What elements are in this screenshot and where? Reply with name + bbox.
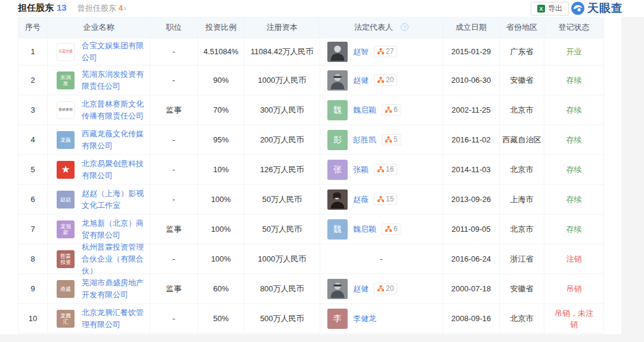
capital-cell: 500万人民币 (244, 304, 320, 333)
badge-count: 6 (394, 223, 398, 235)
org-chart-icon (385, 107, 392, 113)
region-cell: 安徽省 (500, 274, 544, 303)
company-logo: 合宝文娱 (57, 43, 75, 61)
table-row: 2 东润发芜湖东润发投资有限责任公司 - 90% 1000万人民币 赵健20 2… (18, 66, 604, 95)
company-link[interactable]: 赵赵（上海）影视文化工作室 (82, 188, 150, 212)
related-companies-badge[interactable]: 15 (374, 194, 397, 205)
company-link[interactable]: 合宝文娱集团有限公司 (82, 40, 150, 64)
tab-current-count: 13 (57, 2, 67, 13)
related-companies-badge[interactable]: 6 (382, 223, 401, 235)
org-chart-icon (377, 77, 384, 83)
related-companies-badge[interactable]: 5 (382, 134, 401, 145)
tianyancha-logo[interactable]: 天眼查 (571, 1, 623, 16)
table-row: 8 普霖投资杭州普霖投资管理合伙企业（有限合伙） - 100% 1000万人民币… (18, 244, 604, 274)
company-logo: 龙腾汇 (57, 310, 75, 328)
legal-rep-link[interactable]: 赵健 (353, 74, 369, 86)
org-chart-icon (385, 136, 392, 143)
row-index: 6 (18, 185, 48, 214)
legal-rep-avatar[interactable] (327, 42, 348, 62)
region-cell: 西藏自治区 (500, 125, 544, 154)
legal-rep-avatar[interactable] (327, 189, 348, 210)
date-cell: 2000-07-18 (443, 274, 500, 303)
company-link[interactable]: 龙旭新（北京）商贸有限公司 (82, 217, 150, 241)
status-text: 存续 (544, 125, 604, 154)
status-text: 注销 (544, 244, 604, 273)
legal-rep-avatar[interactable]: 张 (327, 160, 348, 180)
company-link[interactable]: 北京易聚创意科技有限公司 (82, 158, 150, 182)
col-capital: 注册资本 (244, 17, 320, 38)
region-cell: 北京市 (500, 214, 544, 244)
related-companies-badge[interactable]: 20 (374, 283, 397, 294)
capital-cell: 11084.42万人民币 (244, 38, 320, 65)
legal-rep-avatar[interactable]: 魏 (327, 219, 348, 240)
capital-cell: 300万人民币 (244, 95, 320, 125)
legal-rep-link[interactable]: 魏启颖 (353, 223, 376, 235)
legal-rep-avatar[interactable] (327, 279, 348, 299)
row-index: 7 (18, 214, 48, 244)
region-cell: 上海市 (500, 185, 544, 214)
legal-rep-link[interactable]: 张颖 (353, 164, 369, 175)
tab-current-shareholder[interactable]: 担任股东13 (18, 2, 67, 14)
row-index: 1 (18, 38, 48, 65)
region-cell: 安徽省 (500, 66, 544, 95)
org-chart-icon (377, 196, 384, 203)
status-text: 存续 (544, 185, 604, 214)
table-row: 9 鼎盛芜湖市鼎盛房地产开发有限公司 监事 60% 800万人民币 赵健20 2… (18, 274, 604, 304)
ratio-cell: 100% (198, 214, 244, 244)
legal-rep-link[interactable]: 彭胜凯 (353, 134, 376, 145)
ratio-cell: 50% (198, 304, 244, 333)
related-companies-badge[interactable]: 27 (374, 46, 397, 57)
col-index: 序号 (18, 17, 48, 38)
table-row: 4 龙薇西藏龙薇文化传媒有限公司 - 95% 200万人民币 彭彭胜凯5 201… (18, 125, 604, 155)
company-link[interactable]: 芜湖东润发投资有限责任公司 (82, 69, 150, 92)
legal-rep-empty: - (320, 244, 443, 273)
ratio-cell: 100% (198, 244, 244, 273)
row-index: 4 (18, 125, 48, 154)
legal-rep-link[interactable]: 李健龙 (353, 313, 376, 324)
position-cell: - (150, 125, 198, 154)
company-link[interactable]: 北京普林赛斯文化传播有限责任公司 (82, 98, 150, 122)
region-cell: 北京市 (500, 304, 544, 333)
avatar-initial: 魏 (333, 104, 342, 116)
row-index: 9 (18, 274, 48, 303)
related-companies-badge[interactable]: 6 (382, 104, 401, 116)
company-link[interactable]: 芜湖市鼎盛房地产开发有限公司 (82, 277, 150, 301)
company-logo: 赵赵 (57, 191, 75, 209)
company-link[interactable]: 西藏龙薇文化传媒有限公司 (82, 128, 150, 152)
brand-name: 天眼查 (587, 1, 623, 16)
company-logo: 鼎盛 (57, 280, 75, 298)
ratio-cell: 70% (198, 95, 244, 125)
legal-rep-avatar[interactable]: 彭 (327, 130, 348, 150)
ratio-cell: 4.51084% (198, 38, 244, 65)
company-link[interactable]: 北京龙腾汇餐饮管理有限公司 (82, 307, 150, 331)
legal-rep-link[interactable]: 赵薇 (353, 194, 369, 205)
col-position: 职位 (150, 17, 198, 38)
status-text: 存续 (544, 66, 604, 95)
legal-rep-link[interactable]: 魏启颖 (353, 104, 376, 116)
legal-rep-link[interactable]: 赵健 (353, 283, 369, 294)
legal-rep-avatar[interactable] (327, 70, 348, 91)
legal-rep-avatar[interactable]: 魏 (327, 100, 348, 120)
tab-current-label: 担任股东 (18, 2, 54, 13)
tab-former-shareholder[interactable]: 曾担任股东4› (78, 3, 126, 14)
badge-count: 16 (386, 164, 394, 175)
chevron-right-icon: › (124, 4, 126, 13)
company-logo: 龙旭新 (57, 220, 75, 238)
shareholder-table: 序号 企业名称 职位 投资比例 注册资本 法定代表人? 成立日期 省份地区 登记… (18, 17, 604, 334)
col-company: 企业名称 (48, 17, 150, 38)
legal-rep-link[interactable]: 赵智 (353, 46, 369, 57)
related-companies-badge[interactable]: 16 (374, 164, 397, 175)
help-icon[interactable]: ? (401, 23, 408, 31)
export-button[interactable]: X 导出 (531, 2, 569, 15)
position-cell: - (150, 244, 198, 273)
company-logo: 东润发 (57, 71, 75, 89)
region-cell: 广东省 (500, 38, 544, 65)
capital-cell: 50万人民币 (244, 185, 320, 214)
legal-rep-avatar[interactable]: 李 (327, 309, 348, 329)
table-row: 5 ★北京易聚创意科技有限公司 - 10% 126万人民币 张张颖16 2014… (18, 155, 604, 185)
related-companies-badge[interactable]: 20 (374, 74, 397, 86)
company-link[interactable]: 杭州普霖投资管理合伙企业（有限合伙） (82, 241, 150, 277)
col-legal-rep-label: 法定代表人 (354, 21, 393, 33)
capital-cell: 126万人民币 (244, 155, 320, 184)
date-cell: 2008-09-16 (443, 304, 500, 333)
